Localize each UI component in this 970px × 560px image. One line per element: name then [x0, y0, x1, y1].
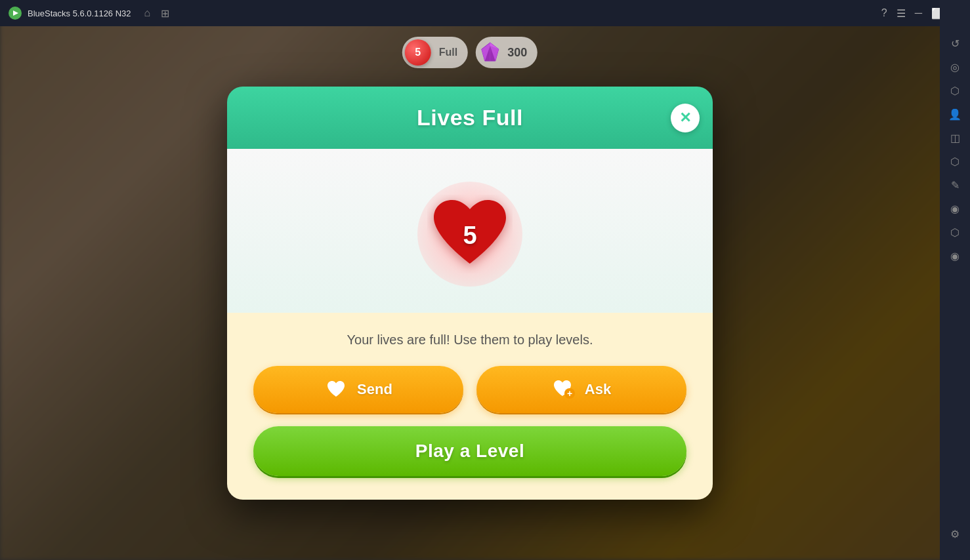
menu-icon[interactable]: ☰	[896, 7, 906, 20]
right-sidebar: ↺ ◎ ⬡ 👤 ◫ ⬡ ✎ ◉ ⬡ ◉ ⚙	[940, 0, 970, 560]
lives-full-dialog: Lives Full ✕ 5 Your lives are ful	[227, 87, 713, 500]
sidebar-icon-5[interactable]: ◫	[944, 127, 965, 148]
close-dialog-button[interactable]: ✕	[671, 104, 700, 132]
play-level-label: Play a Level	[415, 441, 524, 461]
dialog-body-bottom: Your lives are full! Use them to play le…	[227, 313, 713, 500]
dialog-title: Lives Full	[417, 105, 523, 130]
dialog-header: Lives Full ✕	[227, 87, 713, 149]
sidebar-icon-7[interactable]: ✎	[944, 174, 965, 195]
dialog-overlay: Lives Full ✕ 5 Your lives are ful	[0, 26, 940, 560]
sidebar-icon-8[interactable]: ◉	[944, 198, 965, 219]
ask-button[interactable]: + Ask	[476, 366, 686, 413]
sidebar-icon-10[interactable]: ◉	[944, 245, 965, 266]
topbar-nav: ⌂ ⊞	[144, 7, 170, 20]
svg-text:5: 5	[463, 222, 476, 249]
heart-container: 5	[411, 175, 529, 293]
dialog-body-top: 5	[227, 149, 713, 313]
send-button[interactable]: Send	[253, 366, 463, 413]
minimize-icon[interactable]: ─	[915, 7, 922, 19]
send-label: Send	[357, 381, 392, 398]
dialog-message: Your lives are full! Use them to play le…	[253, 332, 686, 348]
help-icon[interactable]: ?	[881, 7, 887, 19]
button-row: Send + Ask	[253, 366, 686, 413]
sidebar-icon-2[interactable]: ◎	[944, 56, 965, 77]
play-level-button[interactable]: Play a Level	[253, 426, 686, 476]
game-area: 5 Full 300 Lives Full	[0, 26, 940, 560]
sidebar-icon-9[interactable]: ⬡	[944, 222, 965, 243]
svg-text:+: +	[567, 388, 572, 399]
sidebar-icon-6[interactable]: ⬡	[944, 151, 965, 172]
sidebar-settings-icon[interactable]: ⚙	[944, 523, 965, 544]
sidebar-icon-4[interactable]: 👤	[944, 104, 965, 125]
sidebar-icon-3[interactable]: ⬡	[944, 80, 965, 101]
topbar-title: BlueStacks 5.6.0.1126 N32	[28, 9, 131, 18]
ask-label: Ask	[585, 381, 611, 398]
home-icon[interactable]: ⌂	[144, 7, 151, 20]
topbar: BlueStacks 5.6.0.1126 N32 ⌂ ⊞ ? ☰ ─ ⬜ ✕	[0, 0, 970, 26]
sidebar-icon-1[interactable]: ↺	[944, 33, 965, 54]
heart-svg-icon: 5	[427, 195, 513, 273]
ask-heart-icon: +	[552, 378, 576, 401]
apps-icon[interactable]: ⊞	[161, 7, 169, 20]
topbar-logo: BlueStacks 5.6.0.1126 N32	[8, 6, 131, 20]
close-x-icon: ✕	[679, 111, 691, 125]
send-heart-icon	[324, 378, 348, 401]
bluestacks-logo-icon	[8, 6, 22, 20]
